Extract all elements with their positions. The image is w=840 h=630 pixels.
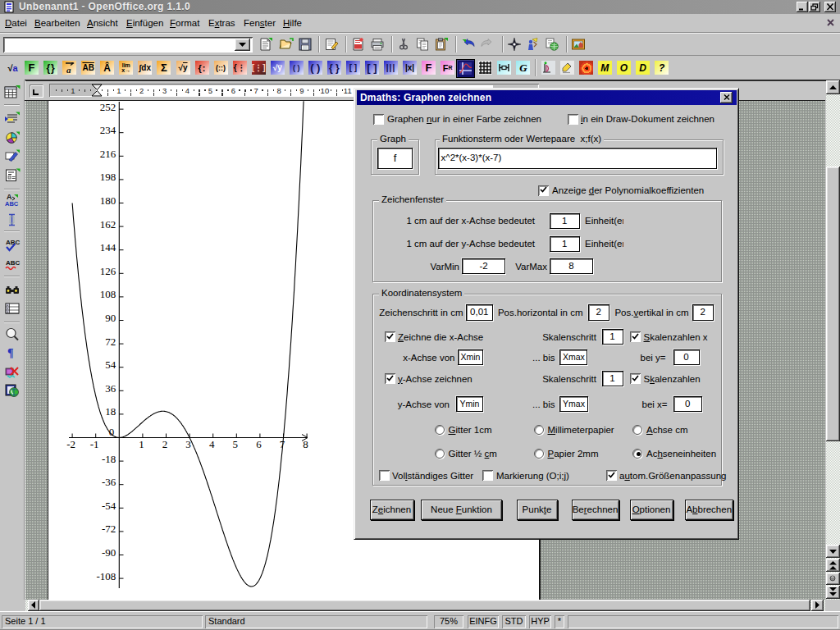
svg-text:ABC: ABC (6, 259, 21, 267)
svg-text:0: 0 (109, 426, 115, 438)
svg-text:ABC: ABC (6, 238, 21, 245)
svg-text:-54: -54 (102, 500, 116, 512)
svg-text:252: 252 (100, 101, 116, 113)
svg-text:216: 216 (100, 148, 116, 160)
svg-text:36: 36 (105, 382, 116, 395)
svg-text:a: a (66, 64, 71, 74)
svg-text:108: 108 (100, 288, 116, 300)
svg-text:1: 1 (139, 438, 144, 450)
svg-text:-90: -90 (102, 546, 116, 559)
svg-text:162: 162 (100, 218, 116, 231)
svg-text:234: 234 (100, 124, 116, 136)
svg-text:18: 18 (105, 405, 116, 418)
svg-text:5: 5 (233, 438, 239, 450)
svg-text:198: 198 (100, 171, 116, 183)
svg-text:ABC: ABC (5, 200, 19, 208)
svg-text:126: 126 (100, 265, 116, 277)
svg-text:-108: -108 (96, 570, 116, 582)
svg-text:144: 144 (100, 241, 116, 253)
svg-text:7: 7 (280, 438, 285, 450)
svg-text:72: 72 (105, 336, 116, 348)
svg-text:-1: -1 (90, 438, 99, 450)
svg-text:90: 90 (105, 312, 116, 324)
svg-text:-18: -18 (102, 453, 116, 465)
svg-text:180: 180 (100, 194, 116, 207)
svg-text:6: 6 (256, 438, 262, 450)
svg-text:-72: -72 (102, 523, 116, 535)
svg-text:54: 54 (105, 358, 116, 371)
svg-text:-2: -2 (66, 438, 75, 450)
svg-text:4: 4 (209, 438, 215, 450)
svg-text:¶: ¶ (7, 347, 14, 359)
svg-text:-36: -36 (102, 476, 116, 488)
svg-text:3: 3 (185, 438, 191, 450)
svg-text:2: 2 (162, 438, 168, 450)
svg-text:8: 8 (303, 438, 308, 450)
